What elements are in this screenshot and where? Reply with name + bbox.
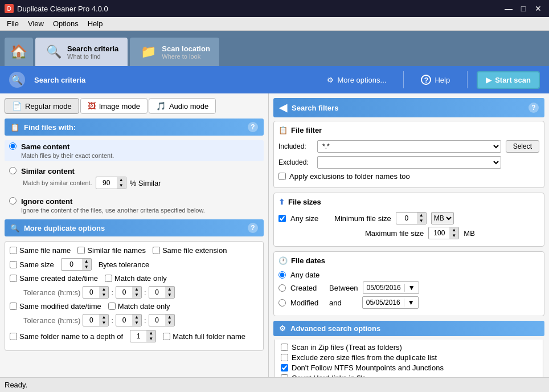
modified-h-input[interactable]	[83, 315, 99, 325]
home-button[interactable]: 🏠	[5, 38, 33, 66]
size-tolerance-input[interactable]	[62, 259, 82, 270]
modified-date-arrow[interactable]: ▼	[404, 299, 418, 307]
modified-m-up[interactable]: ▲	[132, 315, 141, 320]
size-down[interactable]: ▼	[82, 264, 91, 270]
modified-s-input[interactable]	[149, 315, 165, 325]
max-size-spinbox[interactable]: ▲ ▼	[428, 227, 459, 239]
min-size-unit[interactable]: MBKBGB	[431, 212, 454, 224]
same-created-check[interactable]	[10, 275, 17, 282]
similar-percent-up[interactable]: ▲	[117, 177, 126, 183]
tab-regular-mode[interactable]: 📄 Regular mode	[5, 98, 79, 114]
max-size-input[interactable]	[429, 228, 449, 238]
modified-match-date-label[interactable]: Match date only	[108, 302, 170, 311]
search-filters-help[interactable]: ?	[528, 103, 539, 113]
created-m-input[interactable]	[116, 287, 132, 297]
folder-depth-input[interactable]	[130, 331, 146, 341]
same-file-name-check[interactable]	[10, 247, 17, 254]
same-modified-check[interactable]	[10, 303, 17, 310]
any-date-radio[interactable]	[278, 271, 286, 279]
min-size-up[interactable]: ▲	[417, 213, 426, 218]
created-match-date-label[interactable]: Match date only	[105, 274, 167, 283]
apply-exclusions-check[interactable]	[278, 173, 286, 180]
tab-image-mode[interactable]: 🖼 Image mode	[80, 98, 148, 114]
modified-date-end[interactable]: 05/05/2016 ▼	[362, 296, 419, 309]
modified-s-spinbox[interactable]: ▲ ▼	[149, 314, 175, 326]
start-scan-button[interactable]: ▶ Start scan	[477, 71, 540, 89]
modified-s-up[interactable]: ▲	[165, 315, 174, 320]
folder-depth-spinbox[interactable]: ▲ ▼	[130, 330, 156, 342]
created-h-input[interactable]	[83, 287, 99, 297]
created-m-down[interactable]: ▼	[132, 292, 141, 298]
modified-match-date-check[interactable]	[108, 303, 116, 310]
close-button[interactable]: ✕	[532, 2, 544, 15]
similar-content-radio[interactable]	[9, 167, 17, 174]
same-modified-label[interactable]: Same modified date/time	[10, 302, 101, 311]
min-size-spinbox[interactable]: ▲ ▼	[396, 212, 427, 224]
modified-h-spinbox[interactable]: ▲ ▼	[83, 314, 109, 326]
help-button[interactable]: ? Help	[413, 71, 458, 88]
min-size-input[interactable]	[396, 213, 417, 223]
same-content-radio[interactable]	[9, 142, 17, 150]
adv-check-1[interactable]	[281, 354, 288, 361]
created-s-up[interactable]: ▲	[165, 287, 174, 292]
max-size-down[interactable]: ▼	[449, 233, 458, 239]
same-folder-check[interactable]	[10, 333, 17, 340]
modified-h-up[interactable]: ▲	[99, 315, 108, 320]
modified-m-down[interactable]: ▼	[132, 320, 141, 326]
created-h-up[interactable]: ▲	[99, 287, 108, 292]
modified-s-down[interactable]: ▼	[165, 320, 174, 326]
created-match-date-check[interactable]	[105, 275, 112, 282]
created-h-spinbox[interactable]: ▲ ▼	[83, 286, 109, 299]
modified-m-spinbox[interactable]: ▲ ▼	[116, 314, 142, 326]
same-file-extension-check[interactable]	[153, 247, 160, 254]
select-button[interactable]: Select	[506, 140, 539, 153]
tab-audio-mode[interactable]: 🎵 Audio mode	[149, 98, 216, 114]
included-select[interactable]: *.*	[317, 140, 501, 153]
similar-file-names-check[interactable]	[77, 247, 85, 254]
size-tolerance-spinbox[interactable]: ▲ ▼	[61, 258, 92, 271]
menu-view[interactable]: View	[23, 18, 48, 29]
more-options-button[interactable]: ⚙ More options...	[319, 72, 394, 88]
created-date-start[interactable]: 05/05/2016 ▼	[363, 281, 419, 294]
tab-scan-location[interactable]: 📁 Scan location Where to look	[130, 38, 219, 66]
same-created-label[interactable]: Same created date/time	[10, 274, 98, 283]
similar-percent-input[interactable]: 90	[96, 178, 117, 188]
same-folder-label[interactable]: Same folder name to a depth of	[10, 332, 123, 341]
same-size-check[interactable]	[10, 261, 17, 268]
similar-percent-down[interactable]: ▼	[117, 183, 126, 189]
ignore-content-radio[interactable]	[9, 197, 17, 205]
created-m-up[interactable]: ▲	[132, 287, 141, 292]
created-s-spinbox[interactable]: ▲ ▼	[149, 286, 175, 299]
modified-m-input[interactable]	[116, 315, 132, 325]
created-date-radio[interactable]	[278, 284, 286, 292]
similar-percent-spinbox[interactable]: 90 ▲ ▼	[96, 177, 126, 189]
similar-file-names-label[interactable]: Similar file names	[77, 246, 146, 255]
folder-depth-up[interactable]: ▲	[146, 330, 155, 336]
created-s-input[interactable]	[149, 287, 165, 297]
menu-options[interactable]: Options	[48, 18, 83, 29]
adv-check-3[interactable]	[281, 374, 288, 377]
modified-h-down[interactable]: ▼	[99, 320, 108, 326]
same-size-label[interactable]: Same size	[10, 260, 54, 269]
min-size-down[interactable]: ▼	[417, 218, 426, 224]
more-dup-help[interactable]: ?	[248, 223, 258, 233]
maximize-button[interactable]: □	[517, 2, 530, 15]
match-full-folder-label[interactable]: Match full folder name	[163, 332, 245, 341]
adv-check-0[interactable]	[281, 344, 288, 351]
created-h-down[interactable]: ▼	[99, 292, 108, 298]
excluded-select[interactable]	[317, 156, 501, 169]
menu-help[interactable]: Help	[83, 18, 108, 29]
match-full-folder-check[interactable]	[163, 333, 170, 340]
created-m-spinbox[interactable]: ▲ ▼	[116, 286, 142, 299]
same-file-extension-label[interactable]: Same file extension	[153, 246, 227, 255]
any-size-check[interactable]	[278, 215, 286, 222]
size-up[interactable]: ▲	[82, 259, 91, 264]
modified-date-radio[interactable]	[278, 299, 286, 307]
minimize-button[interactable]: —	[502, 2, 515, 15]
created-s-down[interactable]: ▼	[165, 292, 174, 298]
find-files-help[interactable]: ?	[248, 122, 258, 132]
adv-check-2[interactable]	[281, 364, 288, 371]
menu-file[interactable]: File	[2, 18, 23, 29]
same-file-name-label[interactable]: Same file name	[10, 246, 71, 255]
created-date-arrow[interactable]: ▼	[404, 284, 419, 292]
